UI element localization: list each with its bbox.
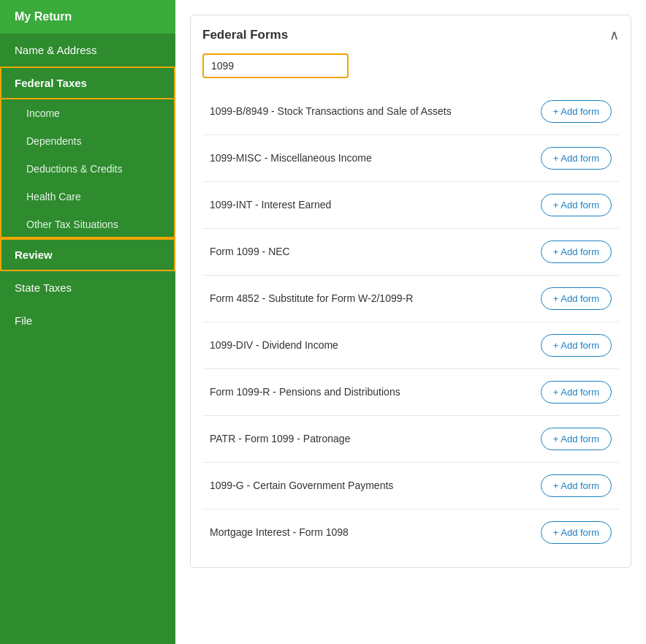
- panel-header: Federal Forms ∧: [202, 27, 619, 43]
- health-care-label: Health Care: [26, 191, 81, 202]
- table-row: Form 1099-R - Pensions and Distributions…: [202, 368, 619, 415]
- add-form-button[interactable]: + Add form: [541, 240, 612, 263]
- add-form-button[interactable]: + Add form: [541, 194, 612, 216]
- sidebar-item-federal-taxes[interactable]: Federal Taxes: [0, 67, 175, 99]
- table-row: Form 1099 - NEC+ Add form: [202, 228, 619, 275]
- form-list: 1099-B/8949 - Stock Transactions and Sal…: [202, 88, 619, 556]
- table-row: PATR - Form 1099 - Patronage+ Add form: [202, 415, 619, 462]
- my-return-label: My Return: [15, 10, 72, 23]
- panel-title: Federal Forms: [202, 28, 288, 42]
- form-name: 1099-B/8949 - Stock Transactions and Sal…: [210, 105, 541, 119]
- sidebar-item-my-return[interactable]: My Return: [0, 0, 175, 34]
- form-name: Form 1099 - NEC: [210, 245, 541, 260]
- add-form-button[interactable]: + Add form: [541, 100, 612, 123]
- table-row: 1099-G - Certain Government Payments+ Ad…: [202, 462, 619, 509]
- federal-forms-panel: Federal Forms ∧ 1099-B/8949 - Stock Tran…: [190, 15, 631, 568]
- collapse-icon[interactable]: ∧: [609, 27, 619, 43]
- form-name: 1099-MISC - Miscellaneous Income: [210, 151, 541, 166]
- form-name: PATR - Form 1099 - Patronage: [210, 432, 541, 447]
- dependents-label: Dependents: [26, 135, 82, 147]
- main-content: Federal Forms ∧ 1099-B/8949 - Stock Tran…: [175, 0, 646, 644]
- add-form-button[interactable]: + Add form: [541, 147, 612, 170]
- add-form-button[interactable]: + Add form: [541, 334, 612, 357]
- add-form-button[interactable]: + Add form: [541, 428, 612, 450]
- state-taxes-label: State Taxes: [15, 281, 72, 294]
- sidebar-item-name-address[interactable]: Name & Address: [0, 34, 175, 67]
- table-row: Mortgage Interest - Form 1098+ Add form: [202, 509, 619, 556]
- sidebar-item-income[interactable]: Income: [0, 99, 175, 127]
- sidebar-item-other-tax[interactable]: Other Tax Situations: [0, 211, 175, 238]
- form-name: 1099-DIV - Dividend Income: [210, 338, 541, 353]
- table-row: 1099-INT - Interest Earned+ Add form: [202, 181, 619, 228]
- other-tax-label: Other Tax Situations: [26, 219, 118, 230]
- sidebar-item-state-taxes[interactable]: State Taxes: [0, 271, 175, 304]
- form-name: 1099-G - Certain Government Payments: [210, 479, 541, 493]
- table-row: 1099-DIV - Dividend Income+ Add form: [202, 322, 619, 368]
- sidebar-item-health-care[interactable]: Health Care: [0, 183, 175, 211]
- sidebar-item-dependents[interactable]: Dependents: [0, 127, 175, 155]
- deductions-credits-label: Deductions & Credits: [26, 163, 123, 175]
- income-label: Income: [26, 107, 60, 119]
- sidebar-item-file[interactable]: File: [0, 304, 175, 337]
- add-form-button[interactable]: + Add form: [541, 287, 612, 310]
- table-row: 1099-MISC - Miscellaneous Income+ Add fo…: [202, 135, 619, 181]
- add-form-button[interactable]: + Add form: [541, 381, 612, 404]
- file-label: File: [15, 314, 32, 327]
- federal-taxes-label: Federal Taxes: [15, 77, 87, 89]
- form-name: Mortgage Interest - Form 1098: [210, 526, 541, 540]
- review-label: Review: [15, 249, 53, 261]
- table-row: 1099-B/8949 - Stock Transactions and Sal…: [202, 88, 619, 135]
- form-name: Form 1099-R - Pensions and Distributions: [210, 385, 541, 400]
- name-address-label: Name & Address: [15, 44, 97, 56]
- add-form-button[interactable]: + Add form: [541, 521, 612, 544]
- add-form-button[interactable]: + Add form: [541, 474, 612, 497]
- table-row: Form 4852 - Substitute for Form W-2/1099…: [202, 275, 619, 322]
- sidebar: My Return Name & Address Federal Taxes I…: [0, 0, 175, 644]
- form-name: 1099-INT - Interest Earned: [210, 198, 541, 213]
- form-name: Form 4852 - Substitute for Form W-2/1099…: [210, 292, 541, 306]
- sidebar-item-deductions-credits[interactable]: Deductions & Credits: [0, 155, 175, 183]
- search-input[interactable]: [202, 53, 349, 78]
- federal-taxes-section: Federal Taxes Income Dependents Deductio…: [0, 67, 175, 238]
- sidebar-item-review[interactable]: Review: [0, 238, 175, 271]
